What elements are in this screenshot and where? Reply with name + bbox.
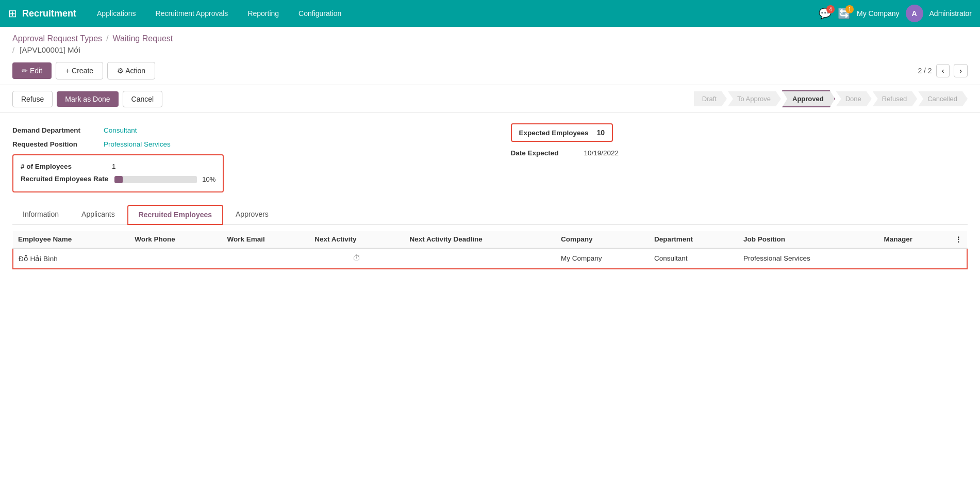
nav-reporting[interactable]: Reporting — [239, 2, 287, 25]
pipeline-refused: Refused — [873, 91, 917, 106]
status-pipeline: Draft To Approve Approved Done Refused C… — [694, 90, 968, 107]
breadcrumb-part2[interactable]: Waiting Request — [112, 34, 173, 43]
pipeline-approved: Approved — [782, 90, 835, 107]
grid-icon[interactable]: ⊞ — [8, 7, 17, 20]
expected-employees-value: 10 — [597, 128, 605, 137]
requested-position-value[interactable]: Professional Services — [104, 140, 171, 148]
breadcrumb-sep1: / — [106, 34, 108, 43]
num-employees-value: 1 — [112, 163, 116, 170]
cell-department: Consultant — [649, 248, 738, 269]
progress-bar-track — [114, 176, 197, 183]
chat-notification[interactable]: 💬 4 — [819, 7, 832, 20]
progress-bar-container: 10% — [114, 175, 215, 183]
cell-work-phone — [129, 248, 222, 269]
topnav-right: 💬 4 🔄 1 My Company A Administrator — [819, 5, 972, 22]
progress-pct-label: 10% — [202, 175, 215, 183]
expected-employees-label: Expected Employees — [519, 129, 589, 137]
recruited-rate-label: Recruited Employees Rate — [21, 174, 108, 184]
requested-position-label: Requested Position — [12, 140, 97, 148]
cancel-button[interactable]: Cancel — [123, 91, 163, 107]
breadcrumb-sep2: / — [12, 45, 14, 54]
toolbar: ✏ Edit + Create ⚙ Action 2 / 2 ‹ › — [0, 57, 980, 85]
next-button[interactable]: › — [954, 64, 968, 77]
th-work-email: Work Email — [222, 231, 309, 248]
cell-company: My Company — [556, 248, 649, 269]
tab-approvers[interactable]: Approvers — [225, 205, 279, 224]
action-button[interactable]: ⚙ Action — [107, 62, 155, 79]
th-work-phone: Work Phone — [129, 231, 222, 248]
form-right: Expected Employees 10 Date Expected 10/1… — [511, 123, 968, 192]
company-name: My Company — [857, 9, 899, 18]
th-company: Company — [556, 231, 649, 248]
date-expected-field: Date Expected 10/19/2022 — [511, 146, 968, 160]
tab-information[interactable]: Information — [12, 205, 69, 224]
num-employees-label: # of Employees — [21, 163, 106, 170]
pipeline-draft: Draft — [694, 91, 727, 106]
date-expected-value: 10/19/2022 — [584, 149, 619, 157]
cell-next-activity-deadline — [404, 248, 555, 269]
page-nav: 2 / 2 ‹ › — [918, 64, 968, 77]
breadcrumb-part3: [APVL00001] Mới — [20, 45, 80, 54]
pipeline-to-approve: To Approve — [728, 91, 781, 106]
table-header-row: Employee Name Work Phone Work Email Next… — [13, 231, 967, 248]
cell-job-position: Professional Services — [738, 248, 879, 269]
pipeline-cancelled: Cancelled — [918, 91, 968, 106]
topnav: ⊞ Recruitment Applications Recruitment A… — [0, 0, 980, 27]
recruited-rate-field: Recruited Employees Rate 10% — [21, 172, 215, 186]
num-employees-field: # of Employees 1 — [21, 160, 215, 172]
requested-position-field: Requested Position Professional Services — [12, 137, 470, 151]
prev-button[interactable]: ‹ — [936, 64, 950, 77]
cell-employee-name: Đỗ Hải Bình — [13, 248, 129, 269]
progress-bar-fill — [114, 176, 123, 183]
th-next-activity-deadline: Next Activity Deadline — [404, 231, 555, 248]
app-logo: Recruitment — [22, 8, 76, 19]
mark-done-button[interactable]: Mark as Done — [57, 91, 118, 107]
table-container: Employee Name Work Phone Work Email Next… — [12, 231, 968, 269]
cell-next-activity: ⏱ — [309, 248, 404, 269]
tab-recruited-employees[interactable]: Recruited Employees — [127, 205, 223, 225]
main-content: Demand Department Consultant Requested P… — [0, 113, 980, 280]
breadcrumb-part1[interactable]: Approval Request Types — [12, 34, 102, 43]
activity-notification[interactable]: 🔄 1 — [838, 7, 851, 20]
edit-button[interactable]: ✏ Edit — [12, 62, 52, 79]
cell-row-actions — [950, 248, 967, 269]
cell-manager — [879, 248, 950, 269]
nav-configuration[interactable]: Configuration — [290, 2, 350, 25]
employees-box: # of Employees 1 Recruited Employees Rat… — [12, 154, 224, 192]
date-expected-label: Date Expected — [511, 149, 578, 157]
pipeline-done: Done — [836, 91, 872, 106]
th-manager: Manager — [879, 231, 950, 248]
chat-badge: 4 — [826, 5, 835, 13]
expected-employees-highlighted: Expected Employees 10 — [511, 123, 613, 142]
table-row[interactable]: Đỗ Hải Bình ⏱ My Company Consultant Prof… — [13, 248, 967, 269]
nav-applications[interactable]: Applications — [89, 2, 144, 25]
user-name: Administrator — [929, 9, 972, 18]
employees-table: Employee Name Work Phone Work Email Next… — [12, 231, 968, 269]
th-actions: ⋮ — [950, 231, 967, 248]
refuse-button[interactable]: Refuse — [12, 91, 53, 107]
th-next-activity: Next Activity — [309, 231, 404, 248]
form-grid: Demand Department Consultant Requested P… — [12, 123, 968, 192]
nav-recruitment-approvals[interactable]: Recruitment Approvals — [147, 2, 237, 25]
action-bar: Refuse Mark as Done Cancel Draft To Appr… — [0, 85, 980, 113]
demand-department-field: Demand Department Consultant — [12, 123, 470, 137]
tab-applicants[interactable]: Applicants — [71, 205, 125, 224]
cell-work-email — [222, 248, 309, 269]
create-button[interactable]: + Create — [56, 62, 103, 79]
form-left: Demand Department Consultant Requested P… — [12, 123, 470, 192]
th-employee-name: Employee Name — [13, 231, 129, 248]
tabs-bar: Information Applicants Recruited Employe… — [12, 205, 968, 225]
th-job-position: Job Position — [738, 231, 879, 248]
demand-department-value[interactable]: Consultant — [104, 126, 137, 134]
breadcrumb: Approval Request Types / Waiting Request… — [0, 27, 980, 57]
th-department: Department — [649, 231, 738, 248]
page-indicator: 2 / 2 — [918, 67, 932, 75]
demand-department-label: Demand Department — [12, 126, 97, 134]
activity-badge: 1 — [845, 5, 854, 13]
user-avatar[interactable]: A — [906, 5, 923, 22]
